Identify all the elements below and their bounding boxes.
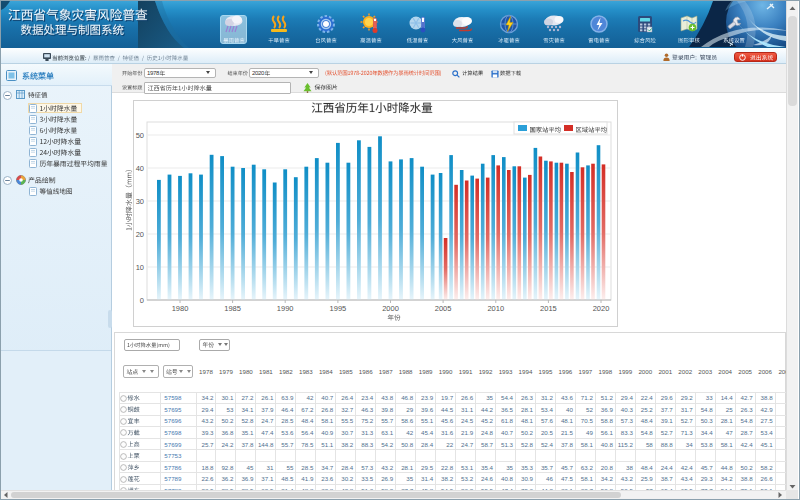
svg-text:2015: 2015 bbox=[540, 304, 557, 313]
svg-text:20: 20 bbox=[136, 230, 144, 239]
svg-text:10: 10 bbox=[136, 263, 144, 272]
svg-text:30: 30 bbox=[136, 197, 144, 206]
svg-text:2020: 2020 bbox=[593, 304, 610, 313]
svg-text:50: 50 bbox=[136, 131, 144, 140]
svg-text:0: 0 bbox=[140, 296, 144, 305]
svg-text:2000: 2000 bbox=[382, 304, 399, 313]
svg-text:40: 40 bbox=[136, 164, 144, 173]
svg-text:1985: 1985 bbox=[224, 304, 241, 313]
svg-text:1980: 1980 bbox=[172, 304, 189, 313]
svg-text:1995: 1995 bbox=[330, 304, 347, 313]
svg-text:2005: 2005 bbox=[435, 304, 452, 313]
svg-text:2010: 2010 bbox=[487, 304, 504, 313]
svg-text:1990: 1990 bbox=[277, 304, 294, 313]
